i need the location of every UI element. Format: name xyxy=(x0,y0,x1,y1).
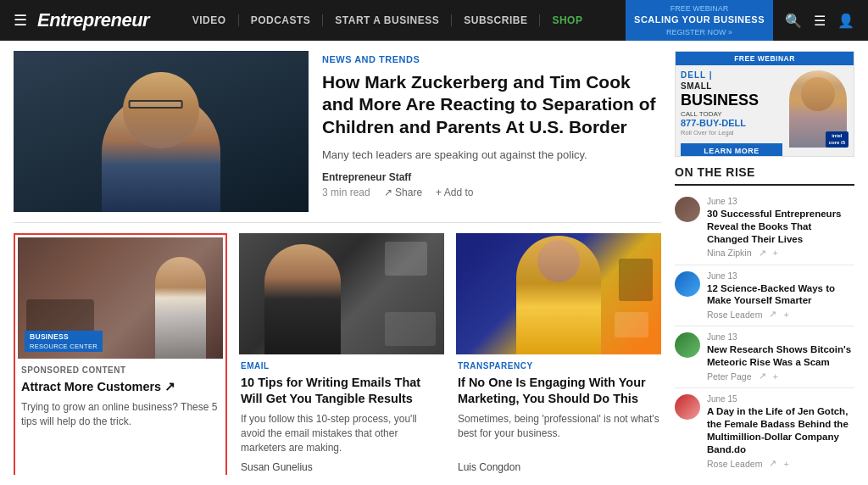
ad-brand: DELL | xyxy=(681,70,782,80)
rise-title-4[interactable]: A Day in the Life of Jen Gotch, the Fema… xyxy=(707,405,854,456)
featured-title[interactable]: How Mark Zuckerberg and Tim Cook and Mor… xyxy=(322,71,661,138)
ad-image-col: intelcore i5 xyxy=(787,70,849,148)
rise-item-1: June 13 30 Successful Entrepreneurs Reve… xyxy=(675,191,854,265)
rise-avatar-1 xyxy=(675,197,700,222)
featured-text: NEWS AND TRENDS How Mark Zuckerberg and … xyxy=(322,51,661,212)
nav-item-start-business[interactable]: START A BUSINESS xyxy=(323,14,452,26)
ad-learn-more-button[interactable]: LEARN MORE xyxy=(681,143,782,157)
rise-date-4: June 15 xyxy=(707,394,854,404)
transparency-image xyxy=(456,233,661,354)
ad-phone[interactable]: 877-BUY-DELL xyxy=(681,118,782,128)
article-card-email: EMAIL 10 Tips for Writing Emails That Wi… xyxy=(239,233,444,475)
sponsored-tag: SPONSORED CONTENT xyxy=(21,365,220,375)
featured-category[interactable]: NEWS AND TRENDS xyxy=(322,54,661,64)
rise-text-2: June 13 12 Science-Backed Ways to Make Y… xyxy=(707,271,854,321)
logo[interactable]: Entrepreneur xyxy=(37,9,149,31)
rise-text-1: June 13 30 Successful Entrepreneurs Reve… xyxy=(707,197,854,259)
rise-item-3: June 13 New Research Shows Bitcoin's Met… xyxy=(675,326,854,388)
nav-item-podcasts[interactable]: PODCASTS xyxy=(239,14,324,26)
rise-date-3: June 13 xyxy=(707,332,854,342)
rise-title-3[interactable]: New Research Shows Bitcoin's Meteoric Ri… xyxy=(707,343,854,369)
featured-author: Entrepreneur Staff xyxy=(322,171,661,183)
rise-share-2[interactable]: ↗ xyxy=(769,309,776,320)
rise-avatar-3 xyxy=(675,332,700,358)
featured-description: Many tech leaders are speaking out again… xyxy=(322,147,661,164)
article-card-transparency: TRANSPARENCY If No One Is Engaging With … xyxy=(456,233,661,475)
email-title[interactable]: 10 Tips for Writing Emails That Will Get… xyxy=(241,375,442,407)
rise-date-1: June 13 xyxy=(707,197,854,206)
email-image xyxy=(239,233,444,354)
rise-author-1: Nina Zipkin xyxy=(707,248,752,258)
rise-add-3[interactable]: + xyxy=(773,371,778,382)
ad-call-label: CALL TODAY xyxy=(681,110,782,118)
sponsored-author: By PayPal for Business xyxy=(21,473,220,475)
rise-author-2: Rose Leadem xyxy=(707,309,762,320)
rise-add-4[interactable]: + xyxy=(783,459,788,469)
email-desc: If you follow this 10-step process, you'… xyxy=(241,412,442,456)
sidebar: FREE WEBINAR DELL | SMALL BUSINESS CALL … xyxy=(675,51,854,475)
ad-business-label: BUSINESS xyxy=(681,92,782,108)
on-the-rise-title: ON THE RISE xyxy=(675,165,854,186)
rise-text-4: June 15 A Day in the Life of Jen Gotch, … xyxy=(707,394,854,469)
article-grid: BUSINESS RESOURCE CENTER SPONSORED CONTE… xyxy=(14,233,661,475)
rise-share-4[interactable]: ↗ xyxy=(769,458,776,469)
featured-readtime: 3 min read xyxy=(322,187,370,198)
email-card-body: EMAIL 10 Tips for Writing Emails That Wi… xyxy=(239,354,444,475)
webinar-prefix: FREE WEBINAR xyxy=(634,3,765,14)
nav-item-subscribe[interactable]: SUBSCRIBE xyxy=(452,14,540,26)
featured-article: NEWS AND TRENDS How Mark Zuckerberg and … xyxy=(14,51,661,223)
transparency-author: Luis Congdon xyxy=(458,461,659,473)
featured-actions: 3 min read ↗ Share + Add to xyxy=(322,187,661,198)
rise-author-4: Rose Leadem xyxy=(707,459,762,469)
rise-item-4: June 15 A Day in the Life of Jen Gotch, … xyxy=(675,388,854,475)
hamburger-icon[interactable]: ☰ xyxy=(14,11,27,30)
header: ☰ Entrepreneur VIDEO PODCASTS START A BU… xyxy=(0,0,868,41)
on-the-rise: ON THE RISE June 13 30 Successful Entrep… xyxy=(675,165,854,475)
user-icon[interactable]: 👤 xyxy=(837,13,854,29)
rise-text-3: June 13 New Research Shows Bitcoin's Met… xyxy=(707,332,854,382)
sponsored-title[interactable]: Attract More Customers ↗ xyxy=(21,379,220,395)
email-tag[interactable]: EMAIL xyxy=(241,361,442,371)
rise-avatar-2 xyxy=(675,271,700,297)
transparency-card-body: TRANSPARENCY If No One Is Engaging With … xyxy=(456,354,661,475)
featured-addto[interactable]: + Add to xyxy=(436,187,473,198)
ad-box: FREE WEBINAR DELL | SMALL BUSINESS CALL … xyxy=(675,51,854,157)
transparency-title[interactable]: If No One Is Engaging With Your Marketin… xyxy=(458,375,659,407)
sponsored-badge: BUSINESS RESOURCE CENTER xyxy=(25,331,103,352)
rise-title-2[interactable]: 12 Science-Backed Ways to Make Yourself … xyxy=(707,282,854,308)
rise-date-2: June 13 xyxy=(707,271,854,281)
ad-top-bar: FREE WEBINAR xyxy=(676,52,854,65)
sponsored-desc: Trying to grow an online business? These… xyxy=(21,400,220,430)
rise-share-1[interactable]: ↗ xyxy=(759,248,766,259)
rise-title-1[interactable]: 30 Successful Entrepreneurs Reveal the B… xyxy=(707,208,854,246)
featured-share[interactable]: ↗ Share xyxy=(384,187,422,198)
nav-item-video[interactable]: VIDEO xyxy=(181,14,239,26)
content-area: NEWS AND TRENDS How Mark Zuckerberg and … xyxy=(14,51,661,475)
rise-avatar-4 xyxy=(675,394,700,420)
rise-share-3[interactable]: ↗ xyxy=(759,371,766,382)
ad-rollover: Roll Over for Legal xyxy=(681,129,782,137)
main-content: NEWS AND TRENDS How Mark Zuckerberg and … xyxy=(0,41,868,485)
rise-add-2[interactable]: + xyxy=(783,309,788,320)
webinar-cta[interactable]: REGISTER NOW » xyxy=(634,27,765,38)
email-author: Susan Gunelius xyxy=(241,461,442,473)
sponsored-card-body: SPONSORED CONTENT Attract More Customers… xyxy=(18,359,223,475)
featured-image xyxy=(14,51,309,212)
rise-add-1[interactable]: + xyxy=(773,248,778,258)
search-icon[interactable]: 🔍 xyxy=(785,13,802,29)
rise-author-3: Peter Page xyxy=(707,371,752,382)
article-card-sponsored: BUSINESS RESOURCE CENTER SPONSORED CONTE… xyxy=(14,233,227,475)
ad-small-label: SMALL xyxy=(681,81,782,91)
transparency-desc: Sometimes, being 'professional' is not w… xyxy=(458,412,659,456)
transparency-tag[interactable]: TRANSPARENCY xyxy=(458,361,659,371)
rise-item-2: June 13 12 Science-Backed Ways to Make Y… xyxy=(675,265,854,327)
nav-item-shop[interactable]: SHOP xyxy=(540,14,594,26)
intel-badge: intelcore i5 xyxy=(826,131,849,147)
sponsored-image: BUSINESS RESOURCE CENTER xyxy=(18,237,223,359)
menu-icon[interactable]: ☰ xyxy=(814,13,826,29)
main-nav: VIDEO PODCASTS START A BUSINESS SUBSCRIB… xyxy=(181,14,595,26)
webinar-banner[interactable]: FREE WEBINAR SCALING YOUR BUSINESS REGIS… xyxy=(626,0,773,41)
webinar-title: SCALING YOUR BUSINESS xyxy=(634,14,765,26)
